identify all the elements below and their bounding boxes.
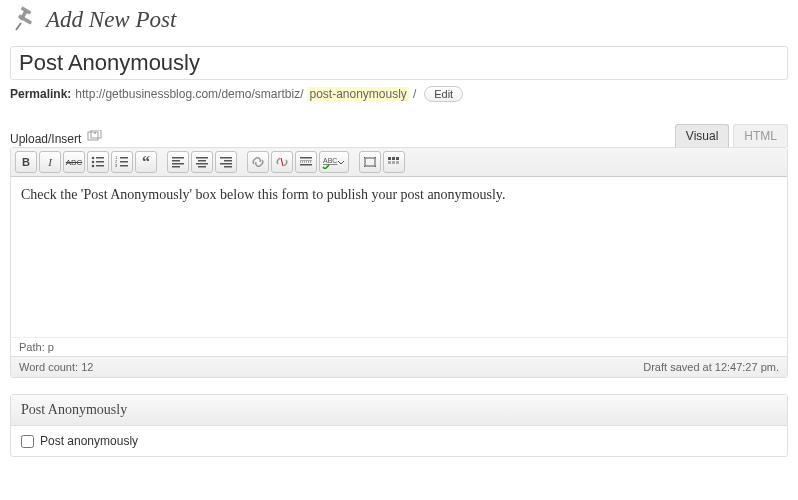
svg-rect-40: [396, 157, 399, 160]
permalink-base: http://getbusinessblog.com/demo/smartbiz…: [75, 87, 303, 101]
svg-rect-19: [172, 157, 184, 159]
pushpin-icon: [10, 6, 38, 34]
svg-rect-5: [91, 130, 101, 138]
svg-text:ABC: ABC: [323, 157, 337, 164]
svg-line-3: [16, 23, 21, 30]
word-count: Word count: 12: [19, 361, 93, 373]
svg-rect-24: [198, 160, 206, 162]
svg-rect-37: [365, 158, 375, 166]
align-left-button[interactable]: [167, 151, 189, 173]
edit-permalink-button[interactable]: Edit: [424, 86, 463, 102]
svg-rect-28: [224, 160, 232, 162]
svg-rect-32: [300, 157, 312, 159]
svg-rect-25: [196, 163, 208, 165]
svg-point-6: [94, 132, 96, 134]
tab-html[interactable]: HTML: [733, 124, 788, 147]
bullet-list-button[interactable]: [87, 151, 109, 173]
bold-button[interactable]: B: [15, 151, 37, 173]
editor-box: B I ABC 123 “ ABC: [10, 147, 788, 378]
align-center-button[interactable]: [191, 151, 213, 173]
svg-rect-27: [220, 157, 232, 159]
post-anonymously-checkbox[interactable]: [21, 435, 34, 448]
svg-rect-39: [392, 157, 395, 160]
more-button[interactable]: [295, 151, 317, 173]
fullscreen-button[interactable]: [359, 151, 381, 173]
svg-rect-26: [198, 166, 206, 168]
italic-button[interactable]: I: [39, 151, 61, 173]
svg-rect-10: [96, 161, 104, 163]
link-button[interactable]: [247, 151, 269, 173]
tab-visual[interactable]: Visual: [675, 124, 729, 147]
svg-rect-14: [120, 157, 128, 159]
permalink-label: Permalink:: [10, 87, 71, 101]
kitchen-sink-button[interactable]: [383, 151, 405, 173]
svg-rect-41: [388, 161, 391, 164]
svg-point-7: [92, 157, 95, 160]
numbered-list-button[interactable]: 123: [111, 151, 133, 173]
svg-rect-23: [196, 157, 208, 159]
strikethrough-button[interactable]: ABC: [63, 151, 85, 173]
svg-rect-33: [300, 160, 312, 161]
svg-rect-29: [220, 163, 232, 165]
svg-rect-8: [96, 157, 104, 159]
svg-rect-12: [96, 165, 104, 167]
svg-rect-30: [224, 166, 232, 168]
unlink-button[interactable]: [271, 151, 293, 173]
permalink-slug: post-anonymously: [307, 87, 408, 101]
svg-rect-43: [396, 161, 399, 164]
post-title-input[interactable]: [10, 46, 788, 80]
svg-rect-22: [172, 166, 180, 168]
svg-rect-20: [172, 160, 180, 162]
svg-point-9: [92, 161, 95, 164]
svg-rect-16: [120, 161, 128, 163]
upload-insert-label: Upload/Insert: [10, 132, 81, 146]
editor-toolbar: B I ABC 123 “ ABC: [11, 148, 787, 177]
svg-point-11: [92, 165, 95, 168]
autosave-status: Draft saved at 12:47:27 pm.: [643, 361, 779, 373]
post-anonymously-metabox: Post Anonymously Post anonymously: [10, 394, 788, 457]
add-media-icon[interactable]: [87, 130, 103, 147]
svg-line-31: [281, 158, 283, 166]
editor-content-area[interactable]: Check the 'Post Anonymously' box below t…: [11, 177, 787, 337]
path-label: Path:: [19, 341, 45, 353]
svg-rect-35: [300, 164, 312, 166]
metabox-title[interactable]: Post Anonymously: [11, 395, 787, 426]
svg-text:3: 3: [115, 163, 118, 168]
svg-rect-21: [172, 163, 184, 165]
post-anonymously-label[interactable]: Post anonymously: [40, 434, 138, 448]
spellcheck-button[interactable]: ABC: [319, 151, 349, 173]
permalink-row: Permalink: http://getbusinessblog.com/de…: [10, 86, 788, 102]
svg-rect-38: [388, 157, 391, 160]
page-title: Add New Post: [46, 7, 176, 33]
svg-rect-42: [392, 161, 395, 164]
permalink-trail: /: [413, 87, 416, 101]
svg-rect-18: [120, 165, 128, 167]
align-right-button[interactable]: [215, 151, 237, 173]
svg-rect-4: [88, 132, 98, 140]
blockquote-button[interactable]: “: [135, 151, 157, 173]
path-value[interactable]: p: [48, 341, 54, 353]
